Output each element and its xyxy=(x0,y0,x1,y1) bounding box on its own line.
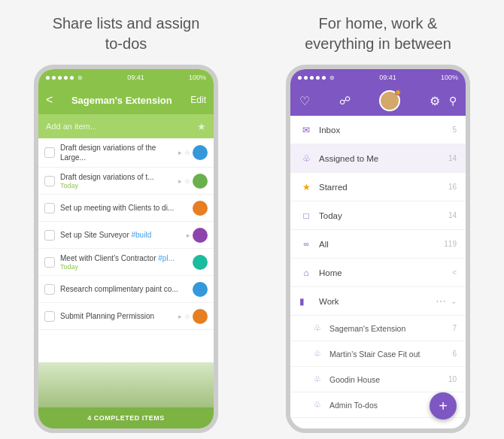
sub-nav-item[interactable]: ♧ Martin's Stair Case Fit out 6 xyxy=(290,341,466,367)
task-content: Meet with Client's Contractor #pl... Tod… xyxy=(60,253,193,271)
nav-label: Starred xyxy=(319,183,448,192)
bell-icon[interactable]: ♡ xyxy=(299,94,310,108)
task-subtitle: Today xyxy=(60,263,193,271)
nav-item-inbox[interactable]: ✉ Inbox 5 xyxy=(290,116,466,144)
task-title: Research complimentary paint co... xyxy=(60,284,193,294)
task-title: Set up Site Surveyor #build xyxy=(60,230,184,240)
sub-nav-item[interactable]: ♧ Goodin House 10 xyxy=(290,367,466,392)
task-avatar xyxy=(193,255,208,270)
task-item[interactable]: Draft design variations of t... Today ▸ … xyxy=(38,168,214,195)
task-checkbox[interactable] xyxy=(44,176,55,186)
person-icon: ♧ xyxy=(311,349,323,359)
nav-count: 14 xyxy=(448,154,457,162)
left-tagline: Share lists and assignto-dos xyxy=(53,14,200,54)
right-status-bar: ⊛ 09:41 100% xyxy=(290,69,466,86)
task-item[interactable]: Set up Site Surveyor #build ▸ xyxy=(38,222,214,249)
task-checkbox[interactable] xyxy=(44,257,55,268)
task-content: Submit Planning Permission xyxy=(60,311,175,321)
left-phone-header: < Sageman's Extension Edit xyxy=(38,86,214,114)
task-icons: ▸ xyxy=(187,232,190,239)
nav-item-all[interactable]: ∞ All 119 xyxy=(290,230,466,259)
task-checkbox[interactable] xyxy=(44,284,55,295)
task-avatar xyxy=(193,228,208,243)
task-item[interactable]: Research complimentary paint co... xyxy=(38,276,214,303)
edit-button[interactable]: Edit xyxy=(190,95,206,105)
task-avatar xyxy=(193,201,208,216)
nav-item-work[interactable]: ▮ Work ⋯ ⌄ xyxy=(290,287,466,316)
back-button[interactable]: < xyxy=(46,93,53,107)
task-avatar xyxy=(193,282,208,297)
task-avatar xyxy=(193,174,208,189)
sub-nav-count: 10 xyxy=(448,375,457,383)
sub-nav-count: 7 xyxy=(452,324,457,332)
task-item[interactable]: Meet with Client's Contractor #pl... Tod… xyxy=(38,249,214,276)
work-label: Work xyxy=(319,297,436,306)
sub-nav-item[interactable]: ♧ Sageman's Extension 7 xyxy=(290,316,466,341)
person-icon: ♧ xyxy=(311,374,323,384)
task-item[interactable]: Draft design variations of the Large... … xyxy=(38,138,214,168)
right-panel: For home, work &everything in between ⊛ … xyxy=(252,0,504,439)
right-phone-frame: ⊛ 09:41 100% ♡ ☍ ⚙ ⚲ ✉ Inbox 5 xyxy=(286,65,470,433)
home-icon: ⌂ xyxy=(299,268,313,278)
task-content: Research complimentary paint co... xyxy=(60,284,193,294)
nav-label: Assigned to Me xyxy=(319,154,448,163)
task-title: Meet with Client's Contractor #pl... xyxy=(60,253,193,263)
left-panel: Share lists and assignto-dos ⊛ 09:41 100… xyxy=(0,0,252,439)
user-avatar[interactable] xyxy=(379,90,400,111)
search-icon[interactable]: ⚲ xyxy=(449,95,457,107)
add-item-bar[interactable]: Add an item... ★ xyxy=(38,114,214,138)
right-tagline: For home, work &everything in between xyxy=(305,14,451,54)
settings-icon[interactable]: ⚙ xyxy=(430,94,440,108)
star-icon: ☆ xyxy=(184,177,190,185)
nav-item-home[interactable]: ⌂ Home < xyxy=(290,259,466,287)
calendar-icon: □ xyxy=(299,210,313,221)
task-avatar xyxy=(193,309,208,324)
task-content: Draft design variations of the Large... xyxy=(60,143,175,162)
battery-display: 100% xyxy=(441,74,458,81)
folder-icon: ▮ xyxy=(299,296,313,307)
task-checkbox[interactable] xyxy=(44,147,55,158)
nav-item-starred[interactable]: ★ Starred 16 xyxy=(290,173,466,201)
task-title: Set up meeting with Clients to di... xyxy=(60,203,193,213)
task-title: Draft design variations of the Large... xyxy=(60,143,175,162)
wifi-icon: ⊛ xyxy=(329,74,335,81)
sub-nav-count: 6 xyxy=(452,350,457,358)
person-icon: ♧ xyxy=(299,153,313,164)
task-icons: ▸ ☆ xyxy=(178,149,190,156)
chevron-down-icon: ⌄ xyxy=(451,297,457,305)
completed-banner[interactable]: 4 COMPLETED ITEMS xyxy=(38,407,214,428)
task-item[interactable]: Set up meeting with Clients to di... xyxy=(38,195,214,222)
task-icons: ▸ ☆ xyxy=(178,313,190,320)
fab-add-button[interactable]: + xyxy=(430,392,457,419)
nav-count: 16 xyxy=(448,183,457,191)
task-item[interactable]: Submit Planning Permission ▸ ☆ xyxy=(38,303,214,330)
left-status-bar: ⊛ 09:41 100% xyxy=(38,69,214,86)
nav-label: All xyxy=(319,240,444,249)
nav-item-assigned[interactable]: ♧ Assigned to Me 14 xyxy=(290,144,466,173)
completed-text: 4 COMPLETED ITEMS xyxy=(87,414,165,422)
nav-item-today[interactable]: □ Today 14 xyxy=(290,201,466,230)
header-title: Sageman's Extension xyxy=(71,95,172,106)
time-display: 09:41 xyxy=(127,74,144,81)
nav-label: Inbox xyxy=(319,126,452,135)
task-checkbox[interactable] xyxy=(44,230,55,241)
right-toolbar: ♡ ☍ ⚙ ⚲ xyxy=(290,86,466,116)
comment-icon: ▸ xyxy=(178,177,182,185)
person-icon: ♧ xyxy=(311,400,323,410)
task-title: Draft design variations of t... xyxy=(60,172,175,182)
star-icon: ★ xyxy=(197,121,206,132)
star-icon: ☆ xyxy=(184,149,190,156)
task-content: Draft design variations of t... Today xyxy=(60,172,175,189)
task-title: Submit Planning Permission xyxy=(60,311,175,321)
grass-background xyxy=(38,362,214,407)
star-icon: ☆ xyxy=(184,313,190,320)
task-checkbox[interactable] xyxy=(44,203,55,213)
task-checkbox[interactable] xyxy=(44,311,55,322)
nav-list: ✉ Inbox 5 ♧ Assigned to Me 14 ★ Starred … xyxy=(290,116,466,418)
chat-icon[interactable]: ☍ xyxy=(339,94,351,107)
signal-dots: ⊛ xyxy=(298,74,335,81)
task-content: Set up meeting with Clients to di... xyxy=(60,203,193,213)
task-content: Set up Site Surveyor #build xyxy=(60,230,184,240)
task-subtitle: Today xyxy=(60,182,175,189)
chevron-left-icon: < xyxy=(452,268,457,277)
